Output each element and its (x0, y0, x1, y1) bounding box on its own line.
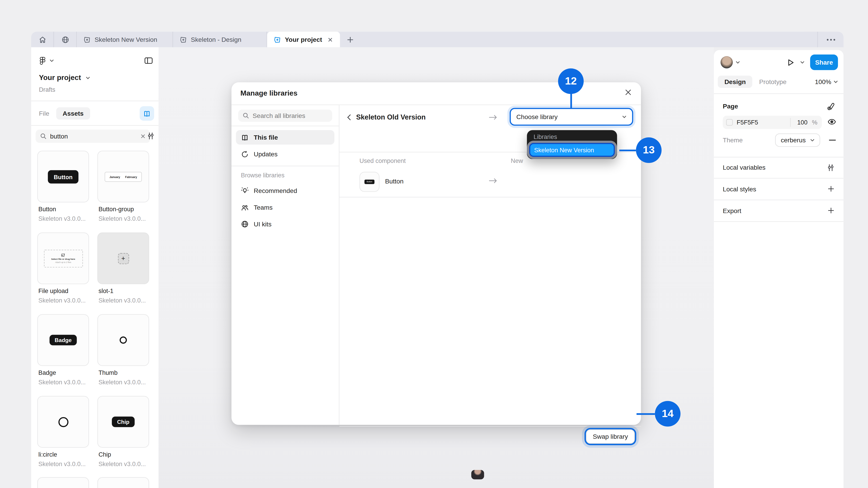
zoom-value: 100% (815, 78, 831, 85)
tab-assets[interactable]: Assets (56, 107, 90, 120)
arrow-right-icon (489, 177, 497, 184)
library-search-input[interactable] (253, 112, 325, 119)
nav-this-file[interactable]: This file (236, 130, 335, 144)
more-menu-button[interactable] (818, 32, 843, 47)
chevron-down-icon (622, 115, 627, 119)
visibility-eye-button[interactable] (827, 118, 836, 126)
present-button[interactable] (787, 58, 795, 66)
search-icon (40, 133, 47, 140)
divider (714, 221, 844, 222)
new-tab-button[interactable] (340, 32, 360, 47)
figma-main-menu[interactable] (39, 56, 54, 65)
percent-sign: % (812, 119, 817, 126)
asset-library: Skeleton v3.0.0... (98, 379, 146, 385)
page-section-header: Page (714, 99, 844, 113)
refresh-icon (241, 151, 249, 158)
panel-toggle-button[interactable] (144, 57, 153, 64)
asset-card-badge[interactable]: Badge (37, 314, 89, 366)
theme-value: cerberus (781, 137, 806, 144)
lightbulb-icon (241, 187, 249, 195)
color-swatch[interactable] (726, 119, 733, 126)
nav-updates[interactable]: Updates (236, 147, 335, 161)
tab-skeleton-design[interactable]: Skeleton - Design (173, 32, 267, 47)
nav-recommended[interactable]: Recommended (236, 184, 335, 198)
asset-name: File upload (38, 288, 68, 294)
clear-search-button[interactable] (140, 133, 146, 139)
tab-design[interactable]: Design (718, 76, 752, 88)
left-sidebar: Your project Drafts File Assets (31, 47, 159, 488)
divider (714, 94, 844, 94)
assets-search-field[interactable] (36, 130, 150, 143)
asset-card-slot-1[interactable]: + (97, 232, 149, 284)
chevron-down-icon (810, 138, 815, 142)
asset-card[interactable] (37, 477, 89, 488)
search-input[interactable] (50, 133, 128, 140)
close-modal-button[interactable] (624, 88, 632, 96)
asset-card-chip[interactable]: Chip (97, 396, 149, 448)
present-options-chevron[interactable] (800, 61, 805, 64)
add-style-button[interactable] (827, 185, 835, 193)
search-icon (243, 112, 249, 119)
choose-library-dropdown[interactable]: Choose library (510, 108, 633, 126)
tab-file[interactable]: File (39, 107, 56, 120)
open-libraries-button[interactable] (140, 106, 154, 121)
theme-dropdown[interactable]: cerberus (775, 133, 820, 147)
chevron-down-icon[interactable] (736, 61, 740, 64)
segment-label: Fabruary (125, 175, 137, 178)
swap-library-label: Swap library (593, 433, 628, 440)
asset-name: li:circle (38, 451, 57, 458)
project-title-row[interactable]: Your project (39, 73, 90, 82)
library-search-field[interactable] (238, 109, 332, 122)
swap-library-button[interactable]: Swap library (586, 429, 635, 444)
figma-file-icon (180, 36, 187, 43)
globe-icon (61, 35, 69, 43)
add-export-button[interactable] (827, 207, 835, 214)
chevron-down-icon (833, 80, 838, 84)
dropdown-value: Choose library (516, 113, 558, 120)
annotation-line-12 (570, 93, 572, 108)
browse-libraries-header: Browse libraries (241, 172, 285, 179)
tab-skeleton-new-version[interactable]: Skeleton New Version (77, 32, 173, 47)
divider (231, 126, 339, 126)
share-button[interactable]: Share (810, 55, 838, 70)
divider (31, 125, 159, 126)
filter-sliders-button[interactable] (147, 132, 155, 140)
community-button[interactable] (54, 32, 76, 47)
asset-library: Skeleton v3.0.0... (38, 379, 86, 385)
variables-sliders-button[interactable] (827, 163, 835, 171)
page-fill-row[interactable]: F5F5F5 100 % (723, 116, 822, 129)
back-button[interactable] (347, 113, 352, 121)
upload-text: Select file or drag here (51, 258, 75, 260)
figma-file-icon (84, 36, 91, 43)
component-swap-row: Button Button (340, 172, 641, 193)
export-row: Export (714, 200, 844, 221)
tab-your-project-active[interactable]: Your project (267, 32, 340, 47)
asset-card[interactable] (97, 477, 149, 488)
option-label: Skeleton New Version (534, 147, 594, 153)
asset-card-thumb[interactable] (97, 314, 149, 366)
plus-icon (346, 36, 353, 43)
project-location: Drafts (39, 86, 55, 93)
annotation-line-14 (637, 413, 655, 415)
home-button[interactable] (31, 32, 53, 47)
user-avatar[interactable] (721, 56, 733, 68)
close-tab-button[interactable] (327, 36, 333, 42)
nav-ui-kits[interactable]: UI kits (236, 217, 335, 231)
mini-button-preview: Button (365, 180, 374, 184)
remove-theme-button[interactable] (829, 139, 836, 141)
nav-label: UI kits (254, 221, 272, 228)
local-variables-label: Local variables (723, 164, 766, 171)
library-option-skeleton-new-version[interactable]: Skeleton New Version (529, 143, 615, 157)
modal-title: Manage libraries (240, 89, 298, 97)
asset-card-file-upload[interactable]: Select file or drag here Attach up to 2 … (37, 232, 89, 284)
asset-card-button-group[interactable]: January Fabruary (97, 151, 149, 202)
fill-hex-value[interactable]: F5F5F5 (737, 119, 758, 126)
fill-opacity-value[interactable]: 100 (797, 119, 807, 126)
asset-card-button[interactable]: Button (37, 151, 89, 202)
asset-card-li-circle[interactable] (37, 396, 89, 448)
globe-icon (241, 220, 249, 228)
tab-prototype[interactable]: Prototype (752, 76, 793, 88)
swatch-book-icon[interactable] (826, 102, 835, 110)
zoom-control[interactable]: 100% (815, 78, 838, 85)
nav-teams[interactable]: Teams (236, 200, 335, 215)
